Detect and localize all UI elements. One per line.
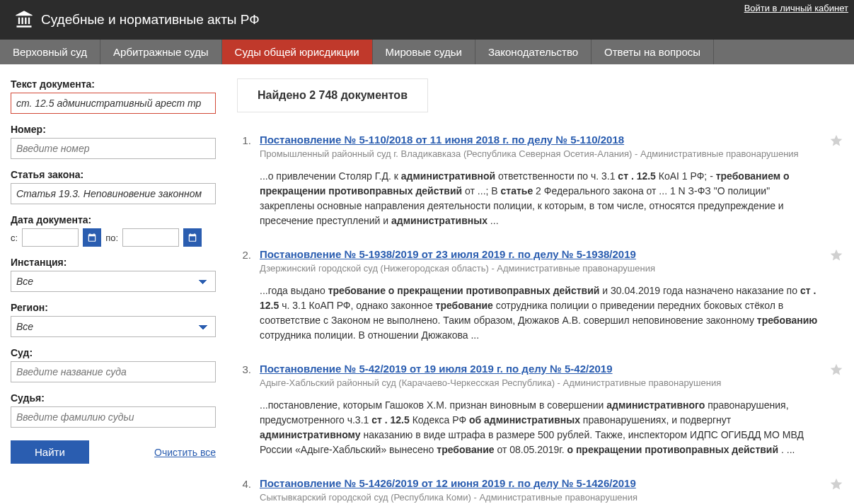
result-meta: Сыктывкарский городской суд (Республика …: [260, 492, 822, 503]
favorite-star-icon[interactable]: [829, 477, 843, 493]
region-label: Регион:: [11, 302, 216, 313]
result-item: 2.Постановление № 5-1938/2019 от 23 июля…: [237, 248, 843, 343]
date-to-input[interactable]: [122, 228, 179, 247]
law-article-input[interactable]: [11, 183, 216, 204]
result-meta: Промышленный районный суд г. Владикавказ…: [260, 148, 822, 159]
nav-item-5[interactable]: Ответы на вопросы: [592, 40, 714, 64]
law-article-label: Статья закона:: [11, 169, 216, 180]
login-link[interactable]: Войти в личный кабинет: [744, 3, 848, 13]
nav-item-3[interactable]: Мировые судьи: [373, 40, 475, 64]
logo-icon: [14, 9, 34, 31]
result-snippet: ...о привлечении Столяр Г.Д. к администр…: [260, 169, 822, 228]
favorite-star-icon[interactable]: [829, 248, 843, 264]
text-label: Текст документа:: [11, 78, 216, 90]
instance-select[interactable]: Все: [11, 271, 216, 292]
favorite-star-icon[interactable]: [829, 134, 843, 150]
doc-date-label: Дата документа:: [11, 214, 216, 225]
result-title-link[interactable]: Постановление № 5-1426/2019 от 12 июня 2…: [260, 477, 636, 489]
result-snippet: ...постановление, которым Гашоков Х.М. п…: [260, 398, 822, 457]
result-item: 3.Постановление № 5-42/2019 от 19 июля 2…: [237, 363, 843, 457]
result-number: 4.: [237, 477, 251, 503]
site-title: Судебные и нормативные акты РФ: [41, 12, 260, 28]
nav-item-0[interactable]: Верховный суд: [0, 40, 100, 64]
number-label: Номер:: [11, 124, 216, 135]
search-sidebar: Текст документа: Номер: Статья закона: Д…: [11, 78, 216, 504]
result-title-link[interactable]: Постановление № 5-42/2019 от 19 июля 201…: [260, 363, 613, 375]
date-from-input[interactable]: [22, 228, 79, 247]
number-input[interactable]: [11, 138, 216, 159]
region-select[interactable]: Все: [11, 316, 216, 337]
result-number: 1.: [237, 134, 251, 228]
result-snippet: ...года выдано требование о прекращении …: [260, 283, 822, 343]
court-input[interactable]: [11, 361, 216, 382]
result-meta: Дзержинский городской суд (Нижегородская…: [260, 263, 822, 274]
clear-all-link[interactable]: Очистить все: [154, 447, 216, 458]
date-to-label: по:: [105, 233, 118, 243]
result-meta: Адыге-Хабльский районный суд (Карачаево-…: [260, 377, 822, 388]
results-area: Найдено 2 748 документов 1.Постановление…: [237, 78, 843, 504]
judge-input[interactable]: [11, 406, 216, 428]
search-button[interactable]: Найти: [11, 440, 89, 464]
result-number: 3.: [237, 363, 251, 457]
text-input[interactable]: [11, 93, 216, 114]
date-to-calendar-icon[interactable]: [183, 228, 202, 247]
nav-item-2[interactable]: Суды общей юрисдикции: [222, 40, 373, 64]
date-from-label: с:: [11, 233, 18, 243]
date-from-calendar-icon[interactable]: [83, 228, 101, 247]
nav-item-1[interactable]: Арбитражные суды: [100, 40, 222, 64]
judge-label: Судья:: [11, 392, 216, 404]
result-title-link[interactable]: Постановление № 5-1938/2019 от 23 июля 2…: [260, 248, 636, 260]
court-label: Суд:: [11, 347, 216, 358]
top-header: Судебные и нормативные акты РФ Войти в л…: [0, 0, 854, 40]
result-item: 1.Постановление № 5-110/2018 от 11 июня …: [237, 134, 843, 228]
result-number: 2.: [237, 248, 251, 343]
nav-item-4[interactable]: Законодательство: [475, 40, 592, 64]
favorite-star-icon[interactable]: [829, 363, 843, 379]
result-title-link[interactable]: Постановление № 5-110/2018 от 11 июня 20…: [260, 134, 624, 146]
found-count-box: Найдено 2 748 документов: [237, 78, 428, 112]
main-nav: Верховный судАрбитражные судыСуды общей …: [0, 40, 854, 64]
instance-label: Инстанция:: [11, 257, 216, 268]
result-item: 4.Постановление № 5-1426/2019 от 12 июня…: [237, 477, 843, 503]
